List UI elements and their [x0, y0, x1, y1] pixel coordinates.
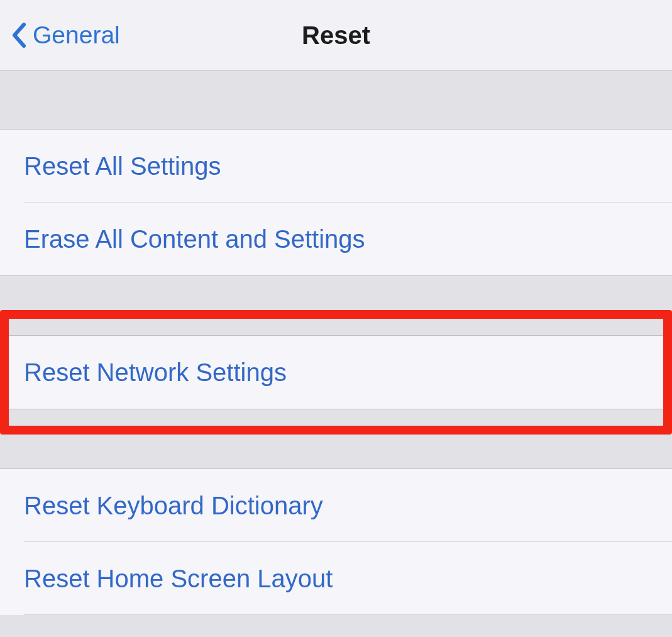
- section-3: Reset Keyboard Dictionary Reset Home Scr…: [0, 468, 672, 615]
- reset-network-settings[interactable]: Reset Network Settings: [0, 336, 672, 409]
- reset-keyboard-dictionary[interactable]: Reset Keyboard Dictionary: [0, 469, 672, 542]
- item-label: Reset Keyboard Dictionary: [24, 492, 323, 520]
- section-2: Reset Network Settings: [0, 335, 672, 409]
- section-1: Reset All Settings Erase All Content and…: [0, 130, 672, 276]
- section-spacer: [0, 409, 672, 468]
- item-label: Reset Network Settings: [24, 358, 287, 387]
- back-label: General: [33, 21, 120, 49]
- highlighted-section: Reset Network Settings: [0, 335, 672, 409]
- back-button[interactable]: General: [11, 21, 120, 49]
- item-label: Reset Home Screen Layout: [24, 565, 333, 593]
- reset-all-settings[interactable]: Reset All Settings: [0, 130, 672, 202]
- chevron-left-icon: [11, 23, 26, 48]
- erase-all-content-settings[interactable]: Erase All Content and Settings: [0, 202, 672, 275]
- item-label: Reset All Settings: [24, 152, 221, 180]
- section-spacer: [0, 71, 672, 130]
- item-label: Erase All Content and Settings: [24, 225, 365, 253]
- page-title: Reset: [302, 21, 370, 50]
- nav-header: General Reset: [0, 0, 672, 71]
- reset-home-screen-layout[interactable]: Reset Home Screen Layout: [0, 542, 672, 615]
- section-spacer: [0, 276, 672, 335]
